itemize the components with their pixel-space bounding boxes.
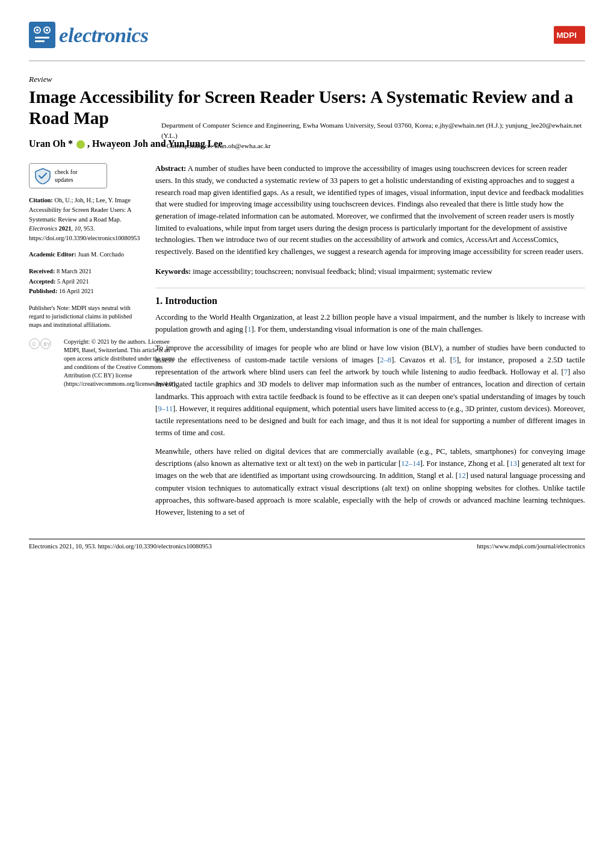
accepted-date: 5 April 2021: [57, 278, 89, 285]
citation-text: Oh, U.; Joh, H.; Lee, Y. Image Accessibi…: [29, 197, 140, 241]
left-column: check for updates Citation: Oh, U.; Joh,…: [29, 163, 143, 524]
authors-text: Uran Oh *: [29, 138, 73, 149]
citation-block: Citation: Oh, U.; Joh, H.; Lee, Y. Image…: [29, 196, 143, 243]
mdpi-logo: MDPI: [554, 23, 585, 47]
svg-point-4: [46, 29, 48, 31]
published-date: 16 April 2021: [59, 288, 94, 294]
right-column: Abstract: A number of studies have been …: [155, 163, 585, 524]
section1-paragraph1: According to the World Health Organizati…: [155, 311, 585, 336]
header-divider: [29, 60, 585, 61]
ref-1: 1: [247, 325, 251, 333]
accepted-label: Accepted:: [29, 278, 55, 285]
cc-license-block: © BY Copyright: © 2021 by the authors. L…: [29, 338, 143, 388]
published-line: Published: 16 April 2021: [29, 287, 143, 297]
body-two-col: check for updates Citation: Oh, U.; Joh,…: [29, 163, 585, 524]
ref-9-11: 9–11: [158, 405, 173, 413]
abstract-label: Abstract:: [155, 164, 186, 173]
ref-12-14: 12–14: [401, 459, 420, 468]
section1-paragraph2: To improve the accessibility of images f…: [155, 342, 585, 439]
abstract-text: A number of studies have been conducted …: [155, 164, 583, 255]
page-footer: Electronics 2021, 10, 953. https://doi.o…: [29, 539, 585, 550]
received-line: Received: 8 March 2021: [29, 267, 143, 277]
svg-rect-0: [29, 22, 55, 48]
ref-5: 5: [453, 356, 456, 364]
academic-editor-name: Juan M. Corchado: [78, 251, 123, 258]
affiliation-block: Department of Computer Science and Engin…: [161, 120, 585, 151]
cc-license-icon: © BY: [29, 338, 60, 350]
header-left: electronics: [29, 22, 149, 48]
abstract-section: Abstract: A number of studies have been …: [155, 163, 585, 258]
svg-text:MDPI: MDPI: [556, 31, 576, 40]
citation-label: Citation:: [29, 197, 53, 203]
journal-logo: electronics: [29, 22, 149, 48]
orcid-icon: [76, 140, 85, 149]
keywords-label: Keywords:: [155, 267, 191, 276]
ref-2-8: 2–8: [380, 356, 391, 364]
svg-point-2: [36, 29, 39, 31]
header: electronics MDPI: [29, 22, 585, 48]
footer-left: Electronics 2021, 10, 953. https://doi.o…: [29, 543, 212, 550]
svg-rect-5: [35, 37, 49, 39]
check-for-updates-badge: check for updates: [29, 163, 107, 188]
publisher-note: Publisher's Note: MDPI stays neutral wit…: [29, 304, 143, 329]
svg-rect-6: [35, 40, 45, 42]
received-date: 8 March 2021: [57, 268, 91, 274]
svg-text:BY: BY: [43, 341, 51, 347]
section1-paragraph3: Meanwhile, others have relied on digital…: [155, 445, 585, 519]
check-updates-icon: [34, 167, 51, 184]
ref-13: 13: [509, 459, 517, 468]
check-updates-text: check for updates: [55, 168, 77, 184]
ref-12: 12: [458, 471, 466, 480]
keywords-section: Keywords: image accessibility; touchscre…: [155, 266, 585, 278]
dates-block: Received: 8 March 2021 Accepted: 5 April…: [29, 267, 143, 297]
svg-text:©: ©: [33, 341, 37, 347]
page: electronics MDPI Review Image Accessibil…: [0, 0, 614, 868]
journal-name: electronics: [59, 23, 149, 47]
electronics-logo-icon: [29, 22, 55, 48]
article-type: Review: [29, 75, 585, 84]
academic-editor-block: Academic Editor: Juan M. Corchado: [29, 250, 143, 259]
affiliation-text: Department of Computer Science and Engin…: [161, 120, 585, 151]
academic-editor-label: Academic Editor:: [29, 251, 76, 258]
section-divider: [155, 288, 585, 288]
published-label: Published:: [29, 288, 57, 294]
section1-header: 1. Introduction: [155, 296, 585, 306]
footer-right: https://www.mdpi.com/journal/electronics: [477, 543, 585, 550]
accepted-line: Accepted: 5 April 2021: [29, 277, 143, 287]
keywords-text: image accessibility; touchscreen; nonvis…: [193, 267, 492, 276]
received-label: Received:: [29, 268, 55, 274]
ref-7: 7: [564, 368, 568, 376]
